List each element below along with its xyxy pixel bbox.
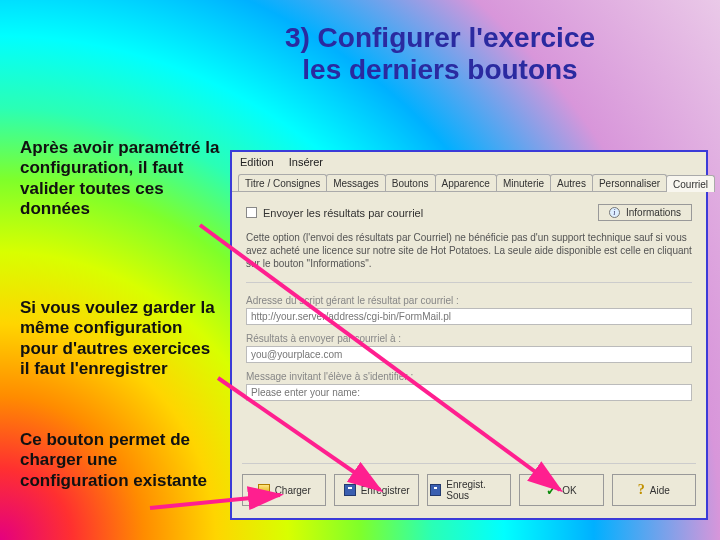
- save-button[interactable]: Enregistrer: [334, 474, 418, 506]
- tab-courriel[interactable]: Courriel: [666, 175, 715, 192]
- ok-button[interactable]: ✓ OK: [519, 474, 603, 506]
- menu-bar: Edition Insérer: [232, 152, 706, 172]
- informations-button-label: Informations: [626, 207, 681, 218]
- tab-autres[interactable]: Autres: [550, 174, 593, 191]
- tab-apparence[interactable]: Apparence: [435, 174, 497, 191]
- tab-strip: Titre / Consignes Messages Boutons Appar…: [232, 174, 706, 192]
- results-email-label: Résultats à envoyer par courriel à :: [246, 333, 692, 344]
- tab-minuterie[interactable]: Minuterie: [496, 174, 551, 191]
- send-results-label: Envoyer les résultats par courriel: [263, 207, 423, 219]
- help-button-label: Aide: [650, 485, 670, 496]
- info-icon: i: [609, 207, 620, 218]
- tab-titre[interactable]: Titre / Consignes: [238, 174, 327, 191]
- option-description: Cette option (l'envoi des résultats par …: [246, 231, 692, 270]
- load-button-label: Charger: [275, 485, 311, 496]
- paragraph-validate: Après avoir paramétré la configuration, …: [20, 138, 220, 220]
- tab-boutons[interactable]: Boutons: [385, 174, 436, 191]
- slide-title: 3) Configurer l'exerciceles derniers bou…: [200, 22, 680, 86]
- config-dialog: Edition Insérer Titre / Consignes Messag…: [230, 150, 708, 520]
- disk-icon: [430, 484, 442, 496]
- help-button[interactable]: ? Aide: [612, 474, 696, 506]
- save-button-label: Enregistrer: [361, 485, 410, 496]
- disk-icon: [344, 484, 356, 496]
- folder-open-icon: [258, 484, 270, 496]
- check-icon: ✓: [546, 483, 557, 498]
- ok-button-label: OK: [562, 485, 576, 496]
- save-as-button-label: Enregist. Sous: [446, 479, 508, 501]
- tab-messages[interactable]: Messages: [326, 174, 386, 191]
- menu-insert[interactable]: Insérer: [289, 156, 323, 168]
- load-button[interactable]: Charger: [242, 474, 326, 506]
- tab-personnaliser[interactable]: Personnaliser: [592, 174, 667, 191]
- script-address-label: Adresse du script gérant le résultat par…: [246, 295, 692, 306]
- script-address-input[interactable]: [246, 308, 692, 325]
- send-results-checkbox[interactable]: [246, 207, 257, 218]
- results-email-input[interactable]: [246, 346, 692, 363]
- prompt-message-input[interactable]: [246, 384, 692, 401]
- paragraph-load-config: Ce bouton permet de charger une configur…: [20, 430, 220, 491]
- dialog-button-bar: Charger Enregistrer Enregist. Sous ✓ OK …: [242, 463, 696, 506]
- informations-button[interactable]: i Informations: [598, 204, 692, 221]
- menu-edit[interactable]: Edition: [240, 156, 274, 168]
- paragraph-save-config: Si vous voulez garder la même configurat…: [20, 298, 220, 380]
- prompt-message-label: Message invitant l'élève à s'identifier …: [246, 371, 692, 382]
- save-as-button[interactable]: Enregist. Sous: [427, 474, 511, 506]
- question-icon: ?: [638, 482, 645, 498]
